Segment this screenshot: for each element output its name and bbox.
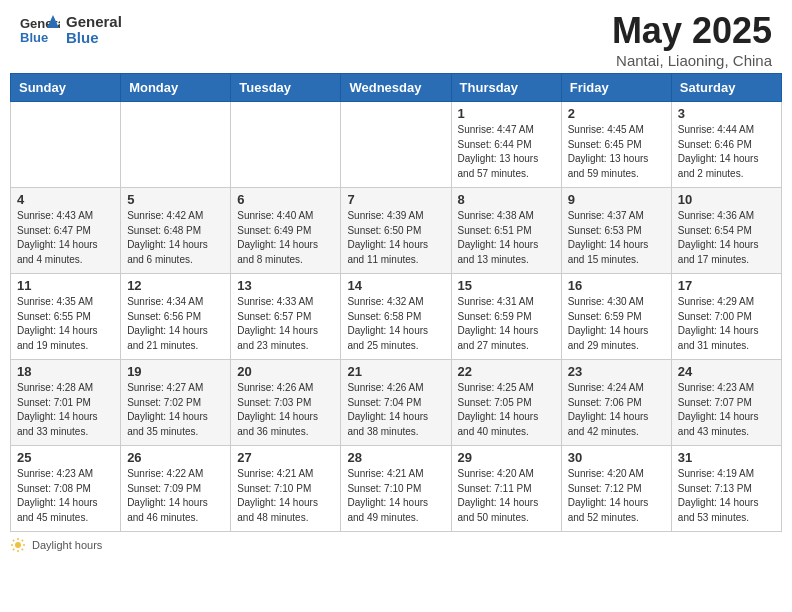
day-number: 20	[237, 364, 334, 379]
day-number: 21	[347, 364, 444, 379]
day-info: Sunrise: 4:20 AMSunset: 7:11 PMDaylight:…	[458, 467, 555, 525]
sun-icon	[10, 537, 26, 553]
day-info: Sunrise: 4:37 AMSunset: 6:53 PMDaylight:…	[568, 209, 665, 267]
table-row: 19Sunrise: 4:27 AMSunset: 7:02 PMDayligh…	[121, 360, 231, 446]
table-row: 12Sunrise: 4:34 AMSunset: 6:56 PMDayligh…	[121, 274, 231, 360]
day-info: Sunrise: 4:29 AMSunset: 7:00 PMDaylight:…	[678, 295, 775, 353]
table-row: 28Sunrise: 4:21 AMSunset: 7:10 PMDayligh…	[341, 446, 451, 532]
day-info: Sunrise: 4:36 AMSunset: 6:54 PMDaylight:…	[678, 209, 775, 267]
day-info: Sunrise: 4:22 AMSunset: 7:09 PMDaylight:…	[127, 467, 224, 525]
col-saturday: Saturday	[671, 74, 781, 102]
logo-icon: General Blue	[20, 10, 60, 50]
table-row: 21Sunrise: 4:26 AMSunset: 7:04 PMDayligh…	[341, 360, 451, 446]
calendar-header-row: Sunday Monday Tuesday Wednesday Thursday…	[11, 74, 782, 102]
day-number: 26	[127, 450, 224, 465]
table-row: 20Sunrise: 4:26 AMSunset: 7:03 PMDayligh…	[231, 360, 341, 446]
svg-line-12	[13, 549, 14, 550]
table-row: 13Sunrise: 4:33 AMSunset: 6:57 PMDayligh…	[231, 274, 341, 360]
day-info: Sunrise: 4:26 AMSunset: 7:03 PMDaylight:…	[237, 381, 334, 439]
table-row	[231, 102, 341, 188]
table-row: 26Sunrise: 4:22 AMSunset: 7:09 PMDayligh…	[121, 446, 231, 532]
table-row: 10Sunrise: 4:36 AMSunset: 6:54 PMDayligh…	[671, 188, 781, 274]
table-row: 22Sunrise: 4:25 AMSunset: 7:05 PMDayligh…	[451, 360, 561, 446]
table-row: 16Sunrise: 4:30 AMSunset: 6:59 PMDayligh…	[561, 274, 671, 360]
day-info: Sunrise: 4:31 AMSunset: 6:59 PMDaylight:…	[458, 295, 555, 353]
table-row: 14Sunrise: 4:32 AMSunset: 6:58 PMDayligh…	[341, 274, 451, 360]
day-number: 27	[237, 450, 334, 465]
day-number: 22	[458, 364, 555, 379]
svg-point-4	[15, 542, 21, 548]
table-row: 27Sunrise: 4:21 AMSunset: 7:10 PMDayligh…	[231, 446, 341, 532]
day-info: Sunrise: 4:39 AMSunset: 6:50 PMDaylight:…	[347, 209, 444, 267]
day-number: 18	[17, 364, 114, 379]
day-info: Sunrise: 4:47 AMSunset: 6:44 PMDaylight:…	[458, 123, 555, 181]
table-row: 24Sunrise: 4:23 AMSunset: 7:07 PMDayligh…	[671, 360, 781, 446]
table-row: 17Sunrise: 4:29 AMSunset: 7:00 PMDayligh…	[671, 274, 781, 360]
svg-line-10	[22, 549, 23, 550]
day-info: Sunrise: 4:43 AMSunset: 6:47 PMDaylight:…	[17, 209, 114, 267]
day-number: 25	[17, 450, 114, 465]
daylight-hours-label: Daylight hours	[32, 539, 102, 551]
day-number: 7	[347, 192, 444, 207]
logo-general: General	[66, 14, 122, 31]
day-info: Sunrise: 4:26 AMSunset: 7:04 PMDaylight:…	[347, 381, 444, 439]
svg-line-9	[13, 540, 14, 541]
table-row: 4Sunrise: 4:43 AMSunset: 6:47 PMDaylight…	[11, 188, 121, 274]
calendar-week-row: 11Sunrise: 4:35 AMSunset: 6:55 PMDayligh…	[11, 274, 782, 360]
day-number: 23	[568, 364, 665, 379]
day-number: 1	[458, 106, 555, 121]
day-info: Sunrise: 4:40 AMSunset: 6:49 PMDaylight:…	[237, 209, 334, 267]
day-info: Sunrise: 4:23 AMSunset: 7:08 PMDaylight:…	[17, 467, 114, 525]
day-number: 8	[458, 192, 555, 207]
day-number: 12	[127, 278, 224, 293]
table-row: 7Sunrise: 4:39 AMSunset: 6:50 PMDaylight…	[341, 188, 451, 274]
day-info: Sunrise: 4:45 AMSunset: 6:45 PMDaylight:…	[568, 123, 665, 181]
table-row: 2Sunrise: 4:45 AMSunset: 6:45 PMDaylight…	[561, 102, 671, 188]
day-number: 28	[347, 450, 444, 465]
day-info: Sunrise: 4:32 AMSunset: 6:58 PMDaylight:…	[347, 295, 444, 353]
table-row: 3Sunrise: 4:44 AMSunset: 6:46 PMDaylight…	[671, 102, 781, 188]
day-info: Sunrise: 4:23 AMSunset: 7:07 PMDaylight:…	[678, 381, 775, 439]
day-info: Sunrise: 4:25 AMSunset: 7:05 PMDaylight:…	[458, 381, 555, 439]
day-number: 6	[237, 192, 334, 207]
day-info: Sunrise: 4:38 AMSunset: 6:51 PMDaylight:…	[458, 209, 555, 267]
day-number: 16	[568, 278, 665, 293]
table-row: 30Sunrise: 4:20 AMSunset: 7:12 PMDayligh…	[561, 446, 671, 532]
table-row: 23Sunrise: 4:24 AMSunset: 7:06 PMDayligh…	[561, 360, 671, 446]
day-info: Sunrise: 4:20 AMSunset: 7:12 PMDaylight:…	[568, 467, 665, 525]
day-info: Sunrise: 4:35 AMSunset: 6:55 PMDaylight:…	[17, 295, 114, 353]
day-info: Sunrise: 4:33 AMSunset: 6:57 PMDaylight:…	[237, 295, 334, 353]
table-row: 31Sunrise: 4:19 AMSunset: 7:13 PMDayligh…	[671, 446, 781, 532]
day-number: 4	[17, 192, 114, 207]
table-row: 25Sunrise: 4:23 AMSunset: 7:08 PMDayligh…	[11, 446, 121, 532]
table-row: 29Sunrise: 4:20 AMSunset: 7:11 PMDayligh…	[451, 446, 561, 532]
calendar-week-row: 1Sunrise: 4:47 AMSunset: 6:44 PMDaylight…	[11, 102, 782, 188]
svg-text:Blue: Blue	[20, 30, 48, 45]
col-sunday: Sunday	[11, 74, 121, 102]
table-row	[341, 102, 451, 188]
day-info: Sunrise: 4:44 AMSunset: 6:46 PMDaylight:…	[678, 123, 775, 181]
table-row: 5Sunrise: 4:42 AMSunset: 6:48 PMDaylight…	[121, 188, 231, 274]
table-row: 11Sunrise: 4:35 AMSunset: 6:55 PMDayligh…	[11, 274, 121, 360]
subtitle: Nantai, Liaoning, China	[612, 52, 772, 69]
day-number: 29	[458, 450, 555, 465]
col-wednesday: Wednesday	[341, 74, 451, 102]
day-number: 3	[678, 106, 775, 121]
day-info: Sunrise: 4:21 AMSunset: 7:10 PMDaylight:…	[347, 467, 444, 525]
logo-blue: Blue	[66, 30, 122, 47]
table-row: 8Sunrise: 4:38 AMSunset: 6:51 PMDaylight…	[451, 188, 561, 274]
day-number: 9	[568, 192, 665, 207]
day-info: Sunrise: 4:30 AMSunset: 6:59 PMDaylight:…	[568, 295, 665, 353]
header: General Blue General Blue May 2025 Nanta…	[0, 0, 792, 73]
day-info: Sunrise: 4:24 AMSunset: 7:06 PMDaylight:…	[568, 381, 665, 439]
table-row	[121, 102, 231, 188]
day-number: 2	[568, 106, 665, 121]
table-row	[11, 102, 121, 188]
table-row: 18Sunrise: 4:28 AMSunset: 7:01 PMDayligh…	[11, 360, 121, 446]
day-number: 10	[678, 192, 775, 207]
day-number: 14	[347, 278, 444, 293]
day-number: 5	[127, 192, 224, 207]
day-number: 30	[568, 450, 665, 465]
calendar: Sunday Monday Tuesday Wednesday Thursday…	[10, 73, 782, 532]
col-monday: Monday	[121, 74, 231, 102]
